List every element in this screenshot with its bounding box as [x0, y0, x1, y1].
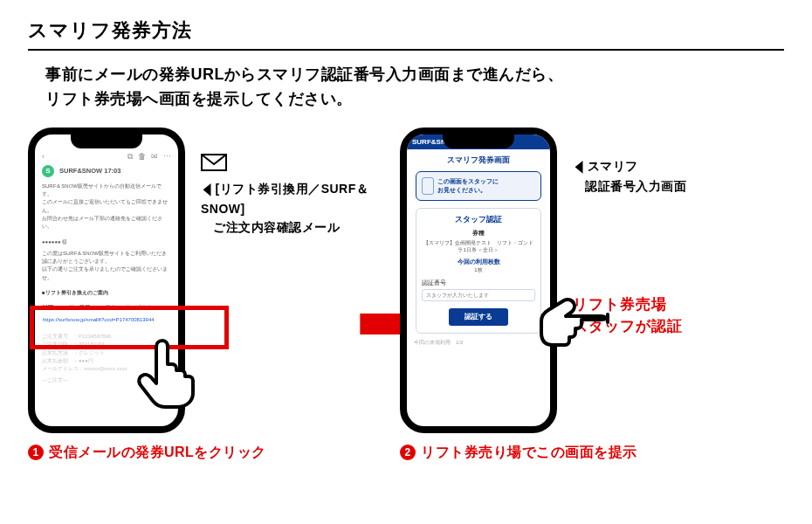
- back-icon: ‹: [42, 152, 45, 161]
- ticket-label: 券種: [422, 229, 535, 238]
- input-label: 認証番号: [422, 279, 535, 287]
- step-2-caption: 2 リフト券売り場でこの画面を提示: [400, 444, 784, 462]
- envelope-icon: [201, 154, 227, 171]
- email-line: 以下の通りご注文を承りましたのでご確認くださいませ。: [42, 265, 171, 282]
- sender-name: SURF&SNOW 17:03: [59, 167, 120, 175]
- steps-row: ‹ ⧉ 🗑 ✉ ⋯ S SURF&SNOW 17:03 SURF＆SNOW販売サ…: [28, 128, 784, 462]
- email-line: この度はSURF＆SNOW販売サイトをご利用いただき誠にありがとうございます。: [42, 250, 171, 266]
- phone-outline-icon: [422, 177, 434, 195]
- email-line: お問合わせ先はメール下部の連絡先をご確認ください。: [42, 215, 171, 231]
- annotation-email: ◀[リフト券引換用／SURF＆SNOW] ご注文内容確認メール: [201, 154, 384, 237]
- avatar: S: [42, 165, 54, 177]
- authenticate-button[interactable]: 認証する: [449, 308, 508, 326]
- auth-code-input[interactable]: [422, 289, 535, 301]
- annotation-auth-screen: ◀スマリフ 認証番号入力画面: [573, 154, 747, 196]
- step-2: SURF&SNOW スマリフ発券画面 この画面をスタッフに お見せください。 ス…: [400, 128, 784, 462]
- count-value: 1枚: [422, 266, 535, 274]
- card-title: スタッフ認証: [422, 214, 535, 225]
- banner-line: お見せください。: [437, 187, 486, 193]
- auth-page-title: スマリフ発券画面: [414, 155, 543, 166]
- annotation-text: 認証番号入力画面: [573, 177, 747, 196]
- annotation-text: スマリフ: [588, 159, 638, 173]
- step-number-1: 1: [28, 445, 44, 460]
- show-to-staff-banner: この画面をスタッフに お見せください。: [416, 171, 541, 201]
- ticket-name: 【スマリフ】企画開発テスト リフト・ゴンドラ1日券 ＜全日＞: [422, 239, 535, 254]
- email-greeting: ●●●●●● 様: [42, 238, 171, 246]
- step-1-caption: 1 受信メールの発券URLをクリック: [28, 444, 395, 462]
- point-hand-icon: [540, 297, 615, 355]
- pointer-triangle-icon: ◀: [203, 177, 211, 201]
- step-1: ‹ ⧉ 🗑 ✉ ⋯ S SURF&SNOW 17:03 SURF＆SNOW販売サ…: [28, 128, 395, 462]
- archive-icon: ⧉: [127, 152, 133, 162]
- usage-footer: 今回の来場利用 1/2: [414, 339, 543, 347]
- email-highlight-instruction: 以下のスマリフ発行URLにアクセスしてください。: [43, 304, 170, 312]
- email-toolbar: ‹ ⧉ 🗑 ✉ ⋯: [42, 152, 171, 162]
- annotation-text: [リフト券引換用／SURF＆SNOW]: [201, 182, 368, 216]
- step-number-2: 2: [400, 445, 416, 460]
- ticket-issue-url[interactable]: https://surfsnow.jp/smalift?ocd=P1747008…: [43, 317, 155, 322]
- email-section-heading: ■リフト券引き換えのご案内: [42, 289, 171, 297]
- trash-icon: 🗑: [138, 152, 146, 161]
- email-sender: S SURF&SNOW 17:03: [42, 165, 171, 177]
- step-1-caption-text: 受信メールの発券URLをクリック: [49, 444, 266, 462]
- step-2-caption-text: リフト券売り場でこの画面を提示: [421, 444, 637, 462]
- pointer-triangle-icon: ◀: [575, 155, 583, 178]
- email-highlight-block: 以下のスマリフ発行URLにアクセスしてください。 https://surfsno…: [39, 300, 174, 329]
- email-line: SURF＆SNOW販売サイトからの自動送信メールです。: [42, 183, 171, 199]
- page-title: スマリフ発券方法: [28, 17, 784, 51]
- phone-mockup-auth: SURF&SNOW スマリフ発券画面 この画面をスタッフに お見せください。 ス…: [400, 128, 557, 433]
- more-icon: ⋯: [163, 152, 171, 161]
- mail-icon: ✉: [151, 152, 158, 161]
- lead-paragraph: 事前にメールの発券URLからスマリフ認証番号入力画面まで進んだら、 リフト券売場…: [45, 63, 775, 112]
- staff-auth-card: スタッフ認証 券種 【スマリフ】企画開発テスト リフト・ゴンドラ1日券 ＜全日＞…: [416, 208, 541, 334]
- email-line: このメールに直接ご返信いただいてもご回答できません。: [42, 198, 171, 215]
- banner-line: この画面をスタッフに: [437, 178, 499, 184]
- count-label: 今回の利用枚数: [422, 258, 535, 266]
- annotation-text: ご注文内容確認メール: [201, 218, 384, 237]
- tap-hand-icon: [136, 334, 201, 409]
